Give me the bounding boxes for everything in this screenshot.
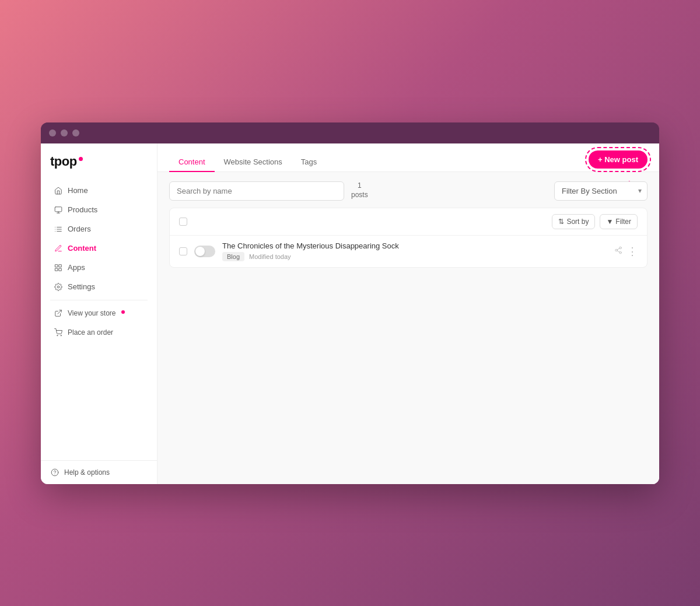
sidebar-item-home[interactable]: Home: [44, 181, 153, 200]
sidebar-item-products-label: Products: [68, 205, 97, 214]
browser-window: tpop Home Products: [41, 122, 659, 484]
sidebar-item-apps[interactable]: Apps: [44, 258, 153, 277]
filter-label: Filter: [615, 218, 631, 226]
filter-icon: ▼: [606, 218, 613, 226]
sidebar-item-content-label: Content: [68, 244, 96, 253]
sidebar-bottom: Help & options: [41, 460, 157, 484]
nav-items: Home Products Orders: [41, 178, 157, 460]
toggle-knob: [195, 247, 205, 256]
table-header-row: ⇅ Sort by ▼ Filter: [170, 208, 647, 236]
post-count: 1 posts: [351, 181, 368, 199]
tab-website-sections[interactable]: Website Sections: [215, 153, 292, 172]
post-tag: Blog: [222, 252, 244, 261]
sort-button[interactable]: ⇅ Sort by: [552, 214, 595, 229]
svg-point-19: [620, 247, 622, 249]
sidebar: tpop Home Products: [41, 143, 158, 484]
new-post-container: + New post ↙: [589, 150, 648, 169]
sidebar-item-home-label: Home: [68, 186, 88, 195]
svg-point-15: [57, 335, 58, 335]
filter-section-select[interactable]: Filter By Section: [554, 181, 648, 201]
svg-point-20: [615, 249, 618, 251]
place-order-link[interactable]: Place an order: [44, 323, 153, 342]
svg-rect-0: [55, 206, 62, 211]
products-icon: [54, 205, 63, 215]
help-icon: [50, 468, 60, 477]
post-actions: ⋮: [614, 245, 638, 258]
help-label: Help & options: [64, 468, 110, 477]
content-icon: [54, 244, 63, 253]
post-modified: Modified today: [249, 253, 291, 260]
sidebar-item-products[interactable]: Products: [44, 201, 153, 219]
orders-icon: [54, 225, 63, 234]
search-filter-row: 1 posts Filter By Section ▾: [169, 181, 648, 201]
content-area: 1 posts Filter By Section ▾: [158, 172, 659, 484]
browser-dot-yellow: [61, 129, 68, 136]
tab-tags[interactable]: Tags: [292, 153, 326, 172]
new-post-button[interactable]: + New post: [589, 150, 648, 169]
sidebar-item-settings[interactable]: Settings: [44, 278, 153, 296]
post-meta: Blog Modified today: [222, 252, 607, 261]
post-info: The Chronicles of the Mysterious Disappe…: [222, 241, 607, 261]
row-checkbox[interactable]: [179, 247, 187, 255]
sidebar-item-settings-label: Settings: [68, 282, 95, 291]
main-content: Content Website Sections Tags + New post…: [158, 143, 659, 484]
share-icon[interactable]: [614, 246, 622, 257]
logo-dot: [79, 157, 83, 161]
table-actions: ⇅ Sort by ▼ Filter: [552, 214, 638, 229]
view-store-link[interactable]: View your store: [44, 304, 153, 323]
svg-line-14: [58, 310, 61, 313]
settings-icon: [54, 282, 63, 292]
posts-table: ⇅ Sort by ▼ Filter: [169, 208, 648, 268]
post-toggle[interactable]: [194, 246, 215, 257]
filter-section-wrapper: Filter By Section ▾: [554, 181, 648, 201]
view-store-label: View your store: [68, 309, 116, 317]
apps-icon: [54, 263, 63, 272]
logo: tpop: [41, 143, 157, 178]
view-store-dot: [121, 310, 125, 314]
svg-point-16: [61, 335, 61, 335]
browser-titlebar: [41, 122, 659, 143]
svg-line-22: [617, 250, 620, 251]
main-header: Content Website Sections Tags + New post…: [158, 143, 659, 172]
logo-text: tpop: [50, 154, 77, 169]
tab-content[interactable]: Content: [169, 153, 215, 172]
svg-rect-10: [59, 264, 61, 267]
external-link-icon: [54, 309, 63, 318]
browser-dot-red: [49, 129, 56, 136]
svg-rect-12: [55, 268, 58, 271]
svg-line-23: [617, 248, 620, 249]
browser-content: tpop Home Products: [41, 143, 659, 484]
place-order-label: Place an order: [68, 328, 113, 337]
sort-label: Sort by: [566, 218, 589, 226]
sidebar-item-content[interactable]: Content: [44, 239, 153, 258]
table-row: The Chronicles of the Mysterious Disappe…: [170, 236, 647, 267]
post-count-label: posts: [351, 191, 368, 200]
svg-point-21: [620, 251, 622, 254]
sidebar-item-orders[interactable]: Orders: [44, 220, 153, 239]
home-icon: [54, 186, 63, 195]
svg-rect-11: [59, 268, 61, 271]
browser-dot-green: [72, 129, 79, 136]
svg-rect-9: [55, 264, 58, 267]
post-title[interactable]: The Chronicles of the Mysterious Disappe…: [222, 241, 607, 250]
more-options-icon[interactable]: ⋮: [627, 245, 638, 258]
sidebar-item-orders-label: Orders: [68, 225, 91, 233]
nav-divider: [50, 300, 148, 300]
sidebar-item-apps-label: Apps: [68, 263, 85, 272]
sort-icon: ⇅: [558, 218, 564, 226]
place-order-icon: [54, 328, 63, 337]
svg-point-17: [51, 469, 58, 476]
select-all-checkbox[interactable]: [179, 218, 187, 226]
search-input[interactable]: [169, 181, 344, 201]
tabs: Content Website Sections Tags: [169, 153, 326, 171]
help-options-link[interactable]: Help & options: [50, 468, 148, 477]
svg-point-13: [57, 286, 60, 288]
post-count-number: 1: [351, 181, 368, 191]
filter-button[interactable]: ▼ Filter: [600, 214, 638, 229]
